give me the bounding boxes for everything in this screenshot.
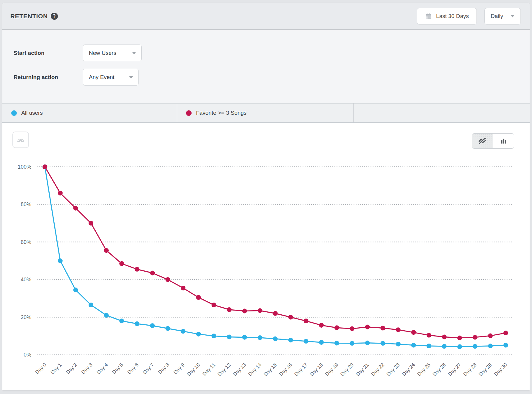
svg-text:Day 7: Day 7 [142,362,155,375]
bar-chart-icon [500,137,507,145]
series-label: Favorite >= 3 Songs [196,110,247,116]
returning-action-label: Returning action [14,74,83,81]
svg-text:Day 23: Day 23 [386,362,401,377]
svg-text:Day 15: Day 15 [263,362,278,377]
svg-text:Day 22: Day 22 [370,362,386,377]
series-legend-row: All users Favorite >= 3 Songs [2,103,530,123]
svg-text:Day 24: Day 24 [401,362,416,377]
start-action-value: New Users [89,50,116,56]
palette-icon [16,135,26,145]
calendar-icon [425,13,432,20]
svg-text:Day 9: Day 9 [172,362,186,375]
svg-text:Day 13: Day 13 [232,362,247,377]
widget-header: RETENTION ? Last 30 Days Daily [2,3,530,30]
chart-type-toggle [472,133,514,149]
svg-text:Day 25: Day 25 [416,362,432,377]
interval-dropdown[interactable]: Daily [484,8,521,24]
svg-text:Day 3: Day 3 [80,362,94,375]
start-action-label: Start action [14,50,83,56]
svg-text:Day 2: Day 2 [65,362,78,375]
svg-text:Day 8: Day 8 [157,362,170,375]
svg-text:0%: 0% [24,352,31,358]
legend-tab-favorite-songs[interactable]: Favorite >= 3 Songs [177,104,354,122]
svg-text:Day 27: Day 27 [447,362,462,377]
svg-text:Day 26: Day 26 [432,362,447,377]
svg-text:40%: 40% [21,277,31,283]
line-chart-icon [478,137,487,145]
svg-text:Day 28: Day 28 [462,362,478,377]
svg-text:Day 10: Day 10 [186,362,201,377]
legend-empty-cell [354,104,530,122]
svg-text:60%: 60% [21,239,31,245]
svg-text:Day 30: Day 30 [493,362,508,377]
svg-text:Day 6: Day 6 [126,362,140,375]
svg-text:Day 1: Day 1 [50,362,63,375]
line-chart-toggle[interactable] [472,134,493,148]
color-palette-button[interactable] [12,132,29,148]
svg-text:100%: 100% [18,164,31,170]
svg-text:80%: 80% [21,201,31,207]
svg-text:Day 17: Day 17 [293,362,309,377]
returning-action-value: Any Event [89,74,115,81]
svg-text:Day 14: Day 14 [247,362,263,377]
svg-text:Day 5: Day 5 [111,362,124,375]
chevron-down-icon [129,76,133,78]
date-range-label: Last 30 Days [436,13,469,19]
bar-chart-toggle[interactable] [493,134,514,148]
svg-text:Day 20: Day 20 [340,362,355,377]
svg-text:Day 29: Day 29 [478,362,493,377]
series-label: All users [21,110,43,116]
svg-text:Day 16: Day 16 [278,362,293,377]
returning-action-row: Returning action Any Event [14,69,530,86]
chevron-down-icon [132,52,136,54]
legend-tab-all-users[interactable]: All users [2,104,177,122]
interval-label: Daily [491,13,503,19]
date-range-button[interactable]: Last 30 Days [417,8,477,24]
svg-text:Day 4: Day 4 [96,362,109,375]
svg-text:Day 0: Day 0 [34,362,48,375]
svg-text:Day 11: Day 11 [202,362,217,377]
svg-text:Day 19: Day 19 [324,362,340,377]
returning-action-select[interactable]: Any Event [83,69,139,86]
series-color-dot [11,110,17,116]
svg-text:Day 12: Day 12 [217,362,232,377]
start-action-select[interactable]: New Users [83,45,142,61]
svg-text:Day 21: Day 21 [355,362,370,377]
svg-text:20%: 20% [21,314,31,320]
svg-text:Day 18: Day 18 [309,362,324,377]
filters-section: Start action New Users Returning action … [2,30,530,103]
start-action-row: Start action New Users [14,45,530,61]
retention-widget: RETENTION ? Last 30 Days Daily [2,3,530,390]
retention-chart[interactable]: 0%20%40%60%80%100%Day 0Day 1Day 2Day 3Da… [2,123,530,390]
chart-panel: 0%20%40%60%80%100%Day 0Day 1Day 2Day 3Da… [2,123,530,390]
chevron-down-icon [510,15,515,17]
page-title: RETENTION [10,13,48,20]
series-color-dot [186,110,192,116]
help-icon[interactable]: ? [51,13,58,20]
